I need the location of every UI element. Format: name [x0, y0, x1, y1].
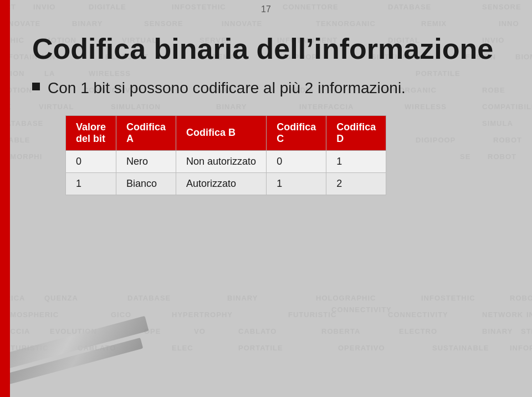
- bullet-square-icon: [32, 83, 40, 90]
- table-cell: Autorizzato: [176, 172, 267, 195]
- bullet-text: Con 1 bit si possono codificare al più 2…: [48, 78, 510, 98]
- table-header: CodificaC: [267, 115, 326, 150]
- slide-title: Codifica binaria dell’informazione: [32, 33, 510, 65]
- table-wrapper: Valoredel bitCodificaACodifica BCodifica…: [65, 115, 510, 195]
- table-header: CodificaD: [326, 115, 386, 150]
- table-cell: 2: [326, 172, 386, 195]
- bullet-item: Con 1 bit si possono codificare al più 2…: [32, 78, 510, 98]
- table-cell: 1: [326, 150, 386, 172]
- table-header: Codifica B: [176, 115, 267, 150]
- table-cell: Nero: [116, 150, 176, 172]
- table-cell: Bianco: [116, 172, 176, 195]
- table-cell: Non autorizzato: [176, 150, 267, 172]
- table-header: Valoredel bit: [66, 115, 116, 150]
- table-cell: 1: [267, 172, 326, 195]
- table-row: 0NeroNon autorizzato01: [66, 150, 386, 172]
- table-row: 1BiancoAutorizzato12: [66, 172, 386, 195]
- table-cell: 0: [66, 150, 116, 172]
- codifica-table: Valoredel bitCodificaACodifica BCodifica…: [65, 115, 386, 195]
- table-header: CodificaA: [116, 115, 176, 150]
- red-accent-strip: [0, 0, 10, 397]
- main-content: Codifica binaria dell’informazione Con 1…: [10, 0, 532, 397]
- bullet-section: Con 1 bit si possono codificare al più 2…: [32, 78, 510, 98]
- table-cell: 1: [66, 172, 116, 195]
- table-cell: 0: [267, 150, 326, 172]
